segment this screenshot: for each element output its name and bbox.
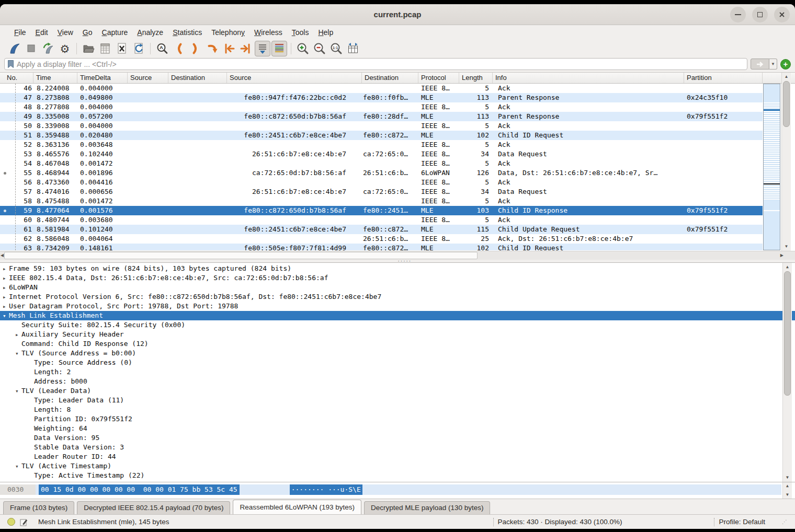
intelligent-scrollbar-minimap[interactable] bbox=[763, 84, 780, 250]
packet-row-60[interactable]: 608.4807440.003680IEEE 8…5Ack bbox=[0, 215, 763, 225]
packet-row-48[interactable]: 488.2778080.004000IEEE 8…5Ack bbox=[0, 102, 763, 112]
close-file-button[interactable] bbox=[114, 41, 130, 56]
detail-row[interactable]: ▾Mesh Link Establishment bbox=[0, 311, 795, 320]
expert-info-icon[interactable] bbox=[7, 518, 15, 526]
hex-ascii-highlight[interactable]: ········ ···u·S\E bbox=[290, 484, 362, 495]
colorize-toggle[interactable] bbox=[271, 41, 287, 56]
packet-row-50[interactable]: 508.3390080.004000IEEE 8…5Ack bbox=[0, 121, 763, 131]
byte-tab-frame[interactable]: Frame (103 bytes) bbox=[3, 501, 74, 514]
column-header-source[interactable]: Source bbox=[227, 73, 362, 83]
expand-closed-icon[interactable]: ▸ bbox=[13, 330, 21, 340]
column-header-timedelta[interactable]: TimeDelta bbox=[77, 73, 128, 83]
detail-row[interactable]: Address: b000 bbox=[0, 377, 795, 386]
scroll-down-arrow[interactable]: ▼ bbox=[783, 491, 792, 499]
detail-row[interactable]: ▸Internet Protocol Version 6, Src: fe80:… bbox=[0, 292, 795, 302]
save-file-button[interactable] bbox=[97, 41, 113, 56]
detail-row[interactable]: Leader Router ID: 44 bbox=[0, 452, 795, 461]
close-button[interactable] bbox=[774, 7, 790, 22]
capture-options-button[interactable]: ⚙ bbox=[57, 41, 73, 56]
status-profile[interactable]: Profile: Default bbox=[719, 518, 765, 526]
menu-edit[interactable]: Edit bbox=[31, 26, 53, 39]
packet-row-47[interactable]: 478.2738080.049800fe80::947f:f476:22bc:c… bbox=[0, 93, 763, 102]
scroll-up-arrow[interactable]: ▲ bbox=[783, 482, 792, 490]
scroll-left-arrow[interactable]: ◀ bbox=[1, 251, 4, 260]
scroll-up-arrow[interactable]: ▲ bbox=[783, 263, 792, 271]
expand-open-icon[interactable]: ▾ bbox=[13, 387, 21, 396]
auto-scroll-toggle[interactable] bbox=[255, 41, 270, 56]
display-filter-field[interactable] bbox=[4, 58, 747, 70]
expand-closed-icon[interactable]: ▸ bbox=[0, 274, 9, 283]
scroll-down-arrow[interactable]: ▼ bbox=[783, 474, 792, 481]
packet-row-54[interactable]: 548.4670480.001472IEEE 8…5Ack bbox=[0, 159, 763, 168]
detail-row[interactable]: Security Suite: 802.15.4 Security (0x00) bbox=[0, 320, 795, 330]
minimize-button[interactable] bbox=[730, 7, 746, 22]
detail-row[interactable]: Weighting: 64 bbox=[0, 424, 795, 433]
hex-bytes-highlight[interactable]: 00 15 0d 00 00 00 00 00 00 00 01 75 bb 5… bbox=[39, 484, 240, 495]
go-to-packet-button[interactable] bbox=[205, 41, 220, 56]
reload-file-button[interactable] bbox=[131, 41, 146, 56]
column-header-source[interactable]: Source bbox=[128, 73, 168, 83]
expand-open-icon[interactable]: ▾ bbox=[13, 349, 21, 358]
byte-tab-decrypted[interactable]: Decrypted IEEE 802.15.4 payload (70 byte… bbox=[77, 501, 230, 514]
resize-columns-button[interactable] bbox=[345, 41, 361, 56]
scroll-right-arrow[interactable]: ▶ bbox=[780, 251, 783, 260]
expand-closed-icon[interactable]: ▸ bbox=[0, 293, 9, 302]
detail-row[interactable]: Partition ID: 0x79f551f2 bbox=[0, 414, 795, 424]
packet-row-57[interactable]: 578.4740160.00065626:51:c6:b7:e8:ce:4b:e… bbox=[0, 187, 763, 196]
zoom-original-button[interactable]: 1:1 bbox=[328, 41, 344, 56]
detail-row[interactable]: Command: Child ID Response (12) bbox=[0, 339, 795, 349]
filter-dropdown-caret[interactable]: ▼ bbox=[769, 59, 777, 70]
detail-row[interactable]: ▸6LoWPAN bbox=[0, 283, 795, 292]
display-filter-input[interactable] bbox=[17, 60, 747, 68]
detail-row[interactable]: Data Version: 95 bbox=[0, 433, 795, 443]
detail-row[interactable]: Stable Data Version: 3 bbox=[0, 443, 795, 452]
restart-capture-button[interactable] bbox=[40, 41, 56, 56]
zoom-in-button[interactable] bbox=[295, 41, 311, 56]
menu-view[interactable]: View bbox=[53, 26, 78, 39]
column-header-protocol[interactable]: Protocol bbox=[418, 73, 459, 83]
menu-go[interactable]: Go bbox=[78, 26, 97, 39]
detail-row[interactable]: ▸User Datagram Protocol, Src Port: 19788… bbox=[0, 302, 795, 311]
packet-row-55[interactable]: 558.4689440.001896ca:72:65:0d:b7:b8:56:a… bbox=[0, 168, 763, 178]
menu-capture[interactable]: Capture bbox=[97, 26, 133, 39]
packet-row-56[interactable]: 568.4733600.004416IEEE 8…5Ack bbox=[0, 178, 763, 187]
scroll-thumb[interactable] bbox=[784, 271, 791, 396]
expand-closed-icon[interactable]: ▸ bbox=[0, 302, 9, 311]
packet-row-58[interactable]: 588.4754880.001472IEEE 8…5Ack bbox=[0, 196, 763, 206]
detail-row[interactable]: ▸Frame 59: 103 bytes on wire (824 bits),… bbox=[0, 264, 795, 273]
column-header-destination[interactable]: Destination bbox=[362, 73, 418, 83]
packet-row-63[interactable]: 638.7342090.148161fe80::505e:f807:7f81:4… bbox=[0, 244, 763, 250]
packet-row-52[interactable]: 528.3631360.003648IEEE 8…5Ack bbox=[0, 140, 763, 149]
column-header-info[interactable]: Info bbox=[493, 73, 684, 83]
detail-row[interactable]: Length: 2 bbox=[0, 367, 795, 377]
detail-row[interactable]: ▾TLV (Source Address = b0:00) bbox=[0, 349, 795, 358]
expand-closed-icon[interactable]: ▸ bbox=[0, 264, 9, 274]
packet-row-53[interactable]: 538.4655760.10244026:51:c6:b7:e8:ce:4b:e… bbox=[0, 149, 763, 159]
detail-row[interactable]: ▾TLV (Active Timestamp) bbox=[0, 461, 795, 471]
zoom-out-button[interactable] bbox=[312, 41, 327, 56]
open-file-button[interactable] bbox=[81, 41, 96, 56]
stop-capture-button[interactable] bbox=[24, 41, 39, 56]
column-header-no[interactable]: No. bbox=[0, 73, 33, 83]
hex-row[interactable]: 0030 00 15 0d 00 00 00 00 00 00 00 01 75… bbox=[0, 484, 781, 495]
expand-open-icon[interactable]: ▾ bbox=[13, 462, 21, 471]
menu-file[interactable]: File bbox=[9, 26, 31, 39]
byte-tab-reassembled[interactable]: Reassembled 6LoWPAN (193 bytes) bbox=[233, 500, 361, 514]
maximize-button[interactable] bbox=[752, 7, 768, 22]
find-packet-button[interactable]: A bbox=[154, 41, 170, 56]
detail-row[interactable]: Type: Active Timestamp (22) bbox=[0, 471, 795, 480]
resize-grip[interactable]: ⋰ bbox=[782, 519, 788, 525]
packet-row-49[interactable]: 498.3350080.057200fe80::c872:650d:b7b8:5… bbox=[0, 112, 763, 121]
detail-row[interactable]: ▾TLV (Leader Data) bbox=[0, 386, 795, 396]
expand-open-icon[interactable]: ▾ bbox=[0, 311, 9, 321]
column-header-time[interactable]: Time bbox=[33, 73, 77, 83]
column-header-length[interactable]: Length bbox=[459, 73, 493, 83]
detail-row[interactable]: Type: Source Address (0) bbox=[0, 358, 795, 367]
menu-help[interactable]: Help bbox=[313, 26, 338, 39]
detail-row[interactable]: ▸IEEE 802.15.4 Data, Dst: 26:51:c6:b7:e8… bbox=[0, 273, 795, 283]
menu-analyze[interactable]: Analyze bbox=[132, 26, 168, 39]
menu-wireless[interactable]: Wireless bbox=[249, 26, 287, 39]
last-packet-button[interactable] bbox=[238, 41, 254, 56]
expand-closed-icon[interactable]: ▸ bbox=[0, 283, 9, 293]
packet-row-61[interactable]: 618.5819840.101240fe80::2451:c6b7:e8ce:4… bbox=[0, 225, 763, 234]
